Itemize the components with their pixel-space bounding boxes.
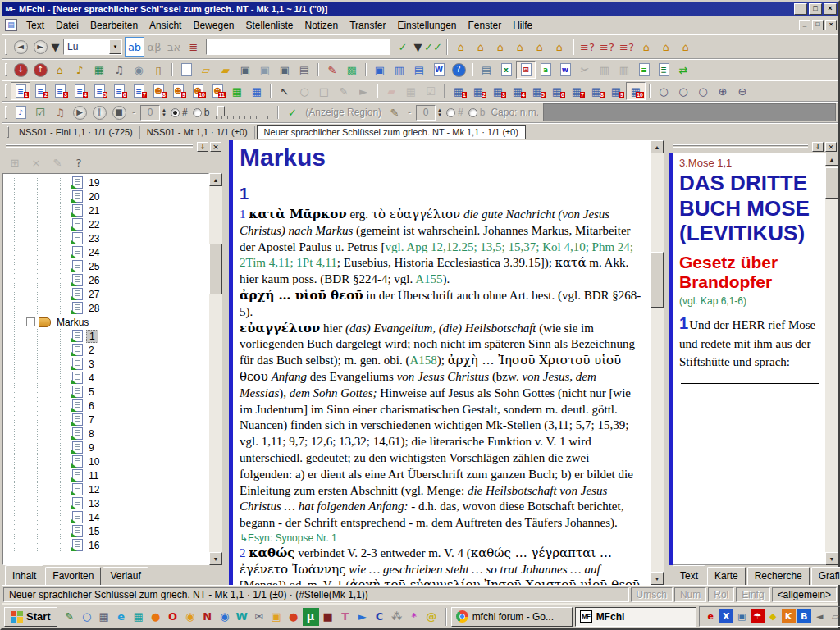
zoom-out-icon[interactable]: ⊖ (733, 82, 752, 100)
kaspersky-icon[interactable]: K (782, 609, 796, 623)
verse-list-3-icon[interactable]: ≡? (617, 37, 637, 57)
scroll-up-icon[interactable]: ▲ (209, 173, 222, 186)
tree-item-label[interactable]: 4 (86, 372, 97, 384)
tree-item-label[interactable]: 16 (86, 540, 102, 551)
fireball-icon[interactable]: ● (285, 608, 302, 626)
tree-item-label[interactable]: 2 (86, 345, 97, 356)
contents-tree[interactable]: 19202122232425262728-Markus1234567891011… (2, 173, 209, 565)
tree-item-25[interactable]: 25 (3, 259, 208, 273)
text-window-1-icon[interactable]: ≡1 (11, 82, 30, 100)
scroll-track[interactable] (209, 186, 222, 552)
region-edit-icon[interactable]: ✎ (385, 103, 404, 121)
toolbar-grip[interactable] (5, 84, 7, 98)
open-icon[interactable]: ▱ (196, 61, 216, 79)
scroll-up-icon[interactable]: ▲ (651, 140, 664, 153)
network-icon[interactable]: ▦ (96, 608, 112, 626)
spinner-arrows-icon[interactable]: ▲▼ (437, 107, 442, 117)
home-4-icon[interactable]: ⌂ (510, 37, 530, 57)
region-check-icon[interactable]: ✓ (282, 103, 302, 121)
menu-notizen[interactable]: Notizen (299, 17, 345, 34)
panel-close-icon[interactable]: × (210, 142, 221, 152)
tree-item-11[interactable]: 11 (3, 468, 208, 482)
insert-doc-icon[interactable]: ≡ (634, 61, 654, 79)
pin-icon[interactable]: ↧ (812, 142, 824, 152)
go-icon[interactable]: ✓ (393, 37, 413, 57)
tab-recherche[interactable]: Recherche (747, 567, 810, 585)
bible-scrollbar[interactable]: ▲ ▼ (825, 153, 838, 565)
home-7-icon[interactable]: ⌂ (637, 37, 656, 57)
word-export-icon[interactable]: W (429, 61, 449, 79)
melody-icon[interactable]: ♫ (50, 103, 70, 121)
xear-icon[interactable]: X (719, 609, 733, 623)
export-icon[interactable]: ↑ (30, 61, 50, 79)
home-5-icon[interactable]: ⌂ (530, 37, 550, 57)
tempo-slider[interactable] (216, 106, 270, 119)
menu-text[interactable]: Text (21, 17, 50, 34)
tab-inhalt[interactable]: Inhalt (5, 565, 43, 585)
text-tool-icon[interactable]: T (337, 608, 354, 626)
copy-text-icon[interactable]: a (536, 61, 555, 79)
tree-item-label[interactable]: 19 (86, 177, 102, 189)
capo-flat-radio[interactable]: b (468, 107, 486, 118)
taskbar-button-mfchi[interactable]: MF MFchi (575, 607, 696, 627)
tile-horizontal-icon[interactable]: ▤ (409, 61, 429, 79)
tab-favoriten[interactable]: Favoriten (45, 567, 101, 585)
grid-app-icon[interactable]: ▦ (130, 608, 147, 626)
copy-grid-icon[interactable]: ⊞ (516, 61, 536, 79)
menu-stellenliste[interactable]: Stellenliste (240, 17, 299, 34)
bluetooth-icon[interactable]: B (797, 609, 811, 623)
table-window-6-icon[interactable]: ▦6 (547, 82, 567, 100)
scroll-thumb[interactable] (825, 167, 838, 199)
table-options-icon[interactable]: ▦ (247, 82, 267, 100)
mdi-minimize-button[interactable]: _ (799, 20, 810, 30)
tree-item-label[interactable]: 12 (86, 484, 102, 495)
tree-item-label[interactable]: 25 (86, 261, 102, 272)
zoom-fit-icon[interactable]: ○ (673, 82, 693, 100)
tab-karte[interactable]: Karte (707, 567, 746, 585)
tree-item-9[interactable]: 9 (3, 441, 208, 454)
search-icon[interactable]: ○ (79, 608, 95, 626)
commentary-pane[interactable]: Markus 1 1 κατὰ Μᾶρκον erg. τὸ εὐαγγέλιο… (233, 140, 651, 585)
display-options-icon[interactable]: ▩ (342, 61, 362, 79)
toolbar-grip[interactable] (5, 39, 7, 55)
play-icon[interactable]: ▶ (70, 103, 89, 121)
toolbar-grip[interactable] (5, 63, 7, 77)
text-window-9-icon[interactable]: ☻9 (168, 82, 188, 100)
notes-doc-icon[interactable]: ≣ (654, 61, 673, 79)
tab-bar-grip[interactable] (7, 126, 9, 138)
opera-icon[interactable]: O (165, 608, 181, 626)
save-all-icon[interactable]: ▣ (275, 61, 294, 79)
tree-item-21[interactable]: 21 (3, 203, 208, 217)
pause-icon[interactable]: ∥ (89, 103, 109, 121)
scroll-down-icon[interactable]: ▼ (825, 552, 838, 565)
tree-item-label[interactable]: 24 (86, 247, 102, 258)
table-window-7-icon[interactable]: ▦7 (567, 82, 587, 100)
capo-sharp-radio[interactable]: # (446, 107, 463, 118)
table-window-8-icon[interactable]: ▦8 (587, 82, 606, 100)
taskbar-button-browser[interactable]: mfchi forum - Go... (451, 607, 573, 627)
table-window-9-icon[interactable]: ▦9 (606, 82, 626, 100)
print-icon[interactable]: ▤ (294, 61, 314, 79)
tree-scrollbar[interactable]: ▲ ▼ (209, 173, 222, 565)
tree-item-markus[interactable]: -Markus (3, 315, 208, 329)
mail-icon[interactable]: ✉ (251, 608, 267, 626)
translation-select[interactable]: Lu▼ (63, 39, 122, 55)
tree-item-label[interactable]: 20 (86, 191, 102, 203)
sharp-radio[interactable]: # (171, 107, 188, 118)
tree-item-20[interactable]: 20 (3, 189, 208, 203)
journal-icon[interactable]: ✎ (62, 608, 78, 626)
lexicon-books-icon[interactable]: ≣ (184, 37, 203, 57)
copy-word-icon[interactable]: w (555, 61, 575, 79)
menu-transfer[interactable]: Transfer (344, 17, 391, 34)
media-player-icon[interactable]: ◉ (217, 608, 233, 626)
tree-item-label[interactable]: 15 (86, 526, 102, 537)
minimize-button[interactable]: _ (794, 3, 807, 15)
tree-item-7[interactable]: 7 (3, 413, 208, 427)
song-list-icon[interactable]: ♪ (11, 103, 30, 121)
menu-bewegen[interactable]: Bewegen (187, 17, 240, 34)
updates-icon[interactable]: ▣ (735, 609, 749, 623)
tree-item-label[interactable]: 22 (86, 219, 102, 231)
sitemap-icon[interactable]: ▦ (89, 61, 109, 79)
text-window-2-icon[interactable]: ≡2 (30, 82, 50, 100)
home-9-icon[interactable]: ⌂ (676, 37, 696, 57)
